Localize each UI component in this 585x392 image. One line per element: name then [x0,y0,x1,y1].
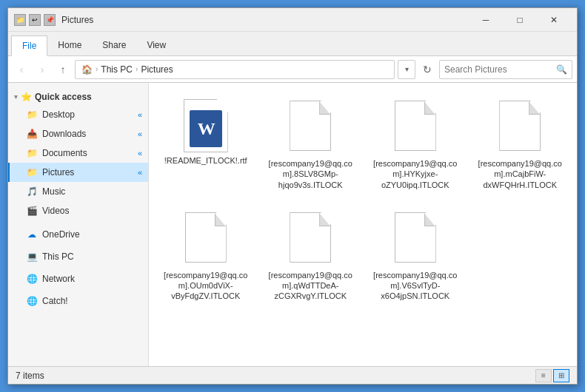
sidebar-item-network[interactable]: 🌐 Network [8,269,148,288]
file-explorer-window: 📁 ↩ 📌 Pictures ─ □ ✕ File Home Share Vie… [7,7,578,385]
desktop-icon: 📁 [26,109,38,121]
file-name-2: [rescompany19@qq.com].HYKyjxe-oZYU0ipq.I… [371,158,460,190]
pin-icon[interactable]: 📌 [44,14,56,26]
sidebar-item-videos[interactable]: 🎬 Videos [8,201,148,220]
sidebar-label-videos: Videos [42,206,69,216]
pictures-icon: 📁 [26,166,38,178]
word-letter: W [198,119,214,139]
file-item-1[interactable]: [rescompany19@qq.com].8SLV8GMp-hjqo9v3s.… [261,90,361,196]
tab-view[interactable]: View [136,35,176,55]
file-name-readme: !README_ITLOCK!.rtf [164,155,247,166]
search-input[interactable] [444,64,553,75]
pin-icon-desktop: « [138,110,142,119]
sidebar-item-catch[interactable]: 🌐 Catch! [8,291,148,311]
ribbon: File Home Share View [8,32,577,56]
address-bar: ‹ › ↑ 🏠 › This PC › Pictures ▾ ↻ 🔍 [8,56,577,83]
sidebar-item-desktop[interactable]: 📁 Desktop « [8,105,148,124]
quick-access-label: Quick access [35,92,92,102]
file-name-5: [rescompany19@qq.com].qWdTTDeA-zCGXRvgY.… [266,270,355,302]
sidebar-label-network: Network [42,274,75,284]
file-name-4: [rescompany19@qq.com].OUm0dViX-vByFdgZV.… [161,270,250,302]
downloads-icon: 📥 [26,128,38,140]
file-icon-container-3 [493,96,546,155]
file-name-6: [rescompany19@qq.com].V6SvlTyD-x6O4jpSN.… [371,270,460,302]
sidebar: ▾ ⭐ Quick access 📁 Desktop « 📥 Downloads… [8,83,149,366]
breadcrumb-sep2: › [136,65,138,73]
tab-share[interactable]: Share [92,35,136,55]
forward-button[interactable]: › [33,61,51,78]
sidebar-item-onedrive[interactable]: ☁ OneDrive [8,225,148,244]
breadcrumb[interactable]: 🏠 › This PC › Pictures [75,60,395,79]
breadcrumb-sep1: › [96,65,98,73]
breadcrumb-pictures[interactable]: Pictures [141,64,173,75]
sidebar-item-downloads[interactable]: 📥 Downloads « [8,124,148,143]
catch-icon: 🌐 [26,295,38,307]
item-count: 7 items [16,371,44,381]
generic-file-icon-5 [290,212,331,263]
sidebar-label-thispc: This PC [42,251,74,262]
status-bar: 7 items ≡ ⊞ [8,366,577,384]
sidebar-label-downloads: Downloads [42,129,86,139]
up-button[interactable]: ↑ [54,61,72,78]
minimize-button[interactable]: ─ [469,8,503,32]
back-button[interactable]: ‹ [13,61,30,78]
ribbon-tabs: File Home Share View [8,32,577,55]
generic-file-icon-3 [499,101,541,151]
breadcrumb-home-icon: 🏠 [81,64,93,75]
sidebar-item-pictures[interactable]: 📁 Pictures « [8,163,148,182]
pin-icon-downloads: « [138,129,142,138]
content-area: ▾ ⭐ Quick access 📁 Desktop « 📥 Downloads… [8,83,577,366]
network-icon: 🌐 [26,273,38,285]
sidebar-label-desktop: Desktop [42,109,75,120]
address-chevron[interactable]: ▾ [398,60,415,79]
sidebar-item-music[interactable]: 🎵 Music [8,182,148,201]
thispc-icon: 💻 [26,251,38,263]
quick-access-icon: ⭐ [21,92,32,102]
close-button[interactable]: ✕ [537,8,571,32]
undo-icon[interactable]: ↩ [29,14,41,26]
quick-access-chevron: ▾ [14,93,18,101]
breadcrumb-thispc[interactable]: This PC [101,64,133,75]
search-box[interactable]: 🔍 [439,60,572,79]
title-bar: 📁 ↩ 📌 Pictures ─ □ ✕ [8,8,577,32]
sidebar-item-documents[interactable]: 📁 Documents « [8,143,148,163]
file-icon-container-6 [389,208,442,267]
pin-icon-documents: « [138,149,142,158]
list-view-button[interactable]: ≡ [535,369,552,382]
file-grid: W !README_ITLOCK!.rtf [rescompany19@qq.c… [149,83,577,366]
generic-file-icon-4 [185,212,227,263]
generic-file-icon-2 [395,101,436,151]
sidebar-item-thispc[interactable]: 💻 This PC [8,247,148,266]
tab-home[interactable]: Home [47,35,92,55]
quick-access-header[interactable]: ▾ ⭐ Quick access [8,89,148,105]
sidebar-label-catch: Catch! [42,296,68,306]
file-name-3: [rescompany19@qq.com].mCajbFiW-dxWFQHrH.… [475,158,564,190]
file-item-5[interactable]: [rescompany19@qq.com].qWdTTDeA-zCGXRvgY.… [261,202,361,308]
sidebar-label-pictures: Pictures [42,167,74,178]
onedrive-icon: ☁ [26,229,38,240]
file-item-2[interactable]: [rescompany19@qq.com].HYKyjxe-oZYU0ipq.I… [366,90,465,196]
window-title: Pictures [61,15,469,25]
file-icon-container-5 [284,208,337,267]
file-icon-container-2 [389,96,442,155]
file-item-6[interactable]: [rescompany19@qq.com].V6SvlTyD-x6O4jpSN.… [366,202,465,308]
tab-file[interactable]: File [11,36,47,56]
sidebar-label-onedrive: OneDrive [42,229,80,240]
refresh-button[interactable]: ↻ [418,61,436,78]
grid-view-button[interactable]: ⊞ [553,369,569,382]
sidebar-label-documents: Documents [42,148,87,158]
generic-file-icon-1 [290,101,331,151]
file-icon-container-1 [284,96,337,155]
file-item-readme[interactable]: W !README_ITLOCK!.rtf [156,90,255,196]
sidebar-label-music: Music [42,186,65,197]
generic-file-icon-6 [395,212,436,263]
search-icon: 🔍 [556,64,567,75]
file-icon-readme: W [179,96,233,155]
maximize-button[interactable]: □ [503,8,537,32]
file-icon-container-4 [179,208,233,267]
file-name-1: [rescompany19@qq.com].8SLV8GMp-hjqo9v3s.… [266,158,355,190]
quick-access-icon: 📁 [14,14,26,26]
file-item-3[interactable]: [rescompany19@qq.com].mCajbFiW-dxWFQHrH.… [471,90,570,196]
pin-icon-pictures: « [138,168,142,177]
file-item-4[interactable]: [rescompany19@qq.com].OUm0dViX-vByFdgZV.… [156,202,255,308]
